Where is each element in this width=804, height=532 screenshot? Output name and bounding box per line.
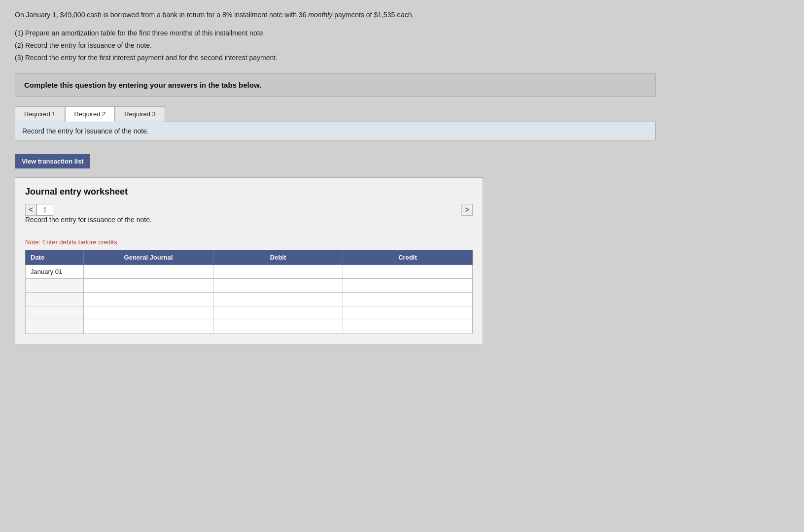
instructions: (1) Prepare an amortization table for th… [15, 27, 789, 65]
nav-right-arrow[interactable]: > [461, 204, 473, 216]
debit-cell-4[interactable] [213, 306, 343, 320]
credit-input-3[interactable] [348, 296, 467, 303]
journal-cell-5[interactable] [84, 320, 213, 333]
credit-cell-5[interactable] [343, 320, 473, 333]
worksheet-title: Journal entry worksheet [25, 187, 473, 197]
date-cell-5 [26, 320, 84, 333]
credit-cell-1[interactable] [343, 265, 473, 278]
nav-row: < 1 > [25, 204, 473, 216]
debit-cell-3[interactable] [213, 292, 343, 306]
journal-cell-3[interactable] [84, 292, 213, 306]
credit-input-2[interactable] [348, 282, 467, 289]
problem-statement: On January 1, $49,000 cash is borrowed f… [15, 10, 789, 20]
tab-required-1[interactable]: Required 1 [15, 106, 65, 122]
table-row [26, 306, 473, 320]
debit-input-1[interactable] [218, 268, 338, 275]
credit-input-5[interactable] [348, 323, 467, 331]
debit-input-5[interactable] [218, 323, 338, 331]
tab-content-area: Record the entry for issuance of the not… [15, 122, 656, 140]
debit-input-3[interactable] [218, 296, 338, 303]
journal-cell-1[interactable] [84, 265, 213, 278]
view-transaction-button[interactable]: View transaction list [15, 154, 90, 168]
col-header-debit: Debit [213, 250, 343, 265]
tab-instruction-text: Record the entry for issuance of the not… [22, 127, 149, 135]
journal-input-3[interactable] [89, 296, 208, 303]
col-header-credit: Credit [343, 250, 473, 265]
nav-left-arrow[interactable]: < [25, 204, 36, 216]
italic-word: monthly [308, 11, 332, 19]
instruction-1: (1) Prepare an amortization table for th… [15, 27, 789, 39]
debit-input-2[interactable] [218, 282, 338, 289]
table-row [26, 278, 473, 292]
debit-cell-1[interactable] [213, 265, 343, 278]
credit-cell-4[interactable] [343, 306, 473, 320]
table-row [26, 292, 473, 306]
table-row: January 01 [26, 265, 473, 278]
worksheet-container: Journal entry worksheet < 1 > Record the… [15, 177, 483, 344]
journal-input-5[interactable] [89, 323, 208, 331]
journal-input-2[interactable] [89, 282, 208, 289]
date-cell-1: January 01 [26, 265, 84, 278]
debit-input-4[interactable] [218, 309, 338, 317]
col-header-general-journal: General Journal [84, 250, 213, 265]
tabs-container: Required 1 Required 2 Required 3 Record … [15, 106, 789, 140]
table-row [26, 320, 473, 333]
col-header-date: Date [26, 250, 84, 265]
date-cell-2 [26, 278, 84, 292]
table-header-row: Date General Journal Debit Credit [26, 250, 473, 265]
complete-box-text: Complete this question by entering your … [24, 81, 261, 89]
instruction-2: (2) Record the entry for issuance of the… [15, 39, 789, 52]
journal-input-4[interactable] [89, 309, 208, 317]
credit-cell-3[interactable] [343, 292, 473, 306]
instruction-3: (3) Record the entry for the first inter… [15, 52, 789, 64]
complete-box: Complete this question by entering your … [15, 73, 656, 97]
table-body: January 01 [26, 265, 473, 333]
debit-cell-2[interactable] [213, 278, 343, 292]
tab-required-3[interactable]: Required 3 [115, 106, 165, 122]
date-cell-4 [26, 306, 84, 320]
journal-cell-2[interactable] [84, 278, 213, 292]
debit-cell-5[interactable] [213, 320, 343, 333]
credit-input-1[interactable] [348, 268, 467, 275]
journal-input-1[interactable] [89, 268, 208, 275]
tab-required-2[interactable]: Required 2 [65, 106, 115, 122]
date-cell-3 [26, 292, 84, 306]
credit-cell-2[interactable] [343, 278, 473, 292]
record-instruction: Record the entry for issuance of the not… [25, 216, 473, 224]
note-text: Note: Enter debits before credits. [25, 238, 473, 246]
credit-input-4[interactable] [348, 309, 467, 317]
tabs-row: Required 1 Required 2 Required 3 [15, 106, 789, 122]
journal-table: Date General Journal Debit Credit Januar… [25, 250, 473, 334]
journal-cell-4[interactable] [84, 306, 213, 320]
page-number: 1 [36, 204, 53, 216]
